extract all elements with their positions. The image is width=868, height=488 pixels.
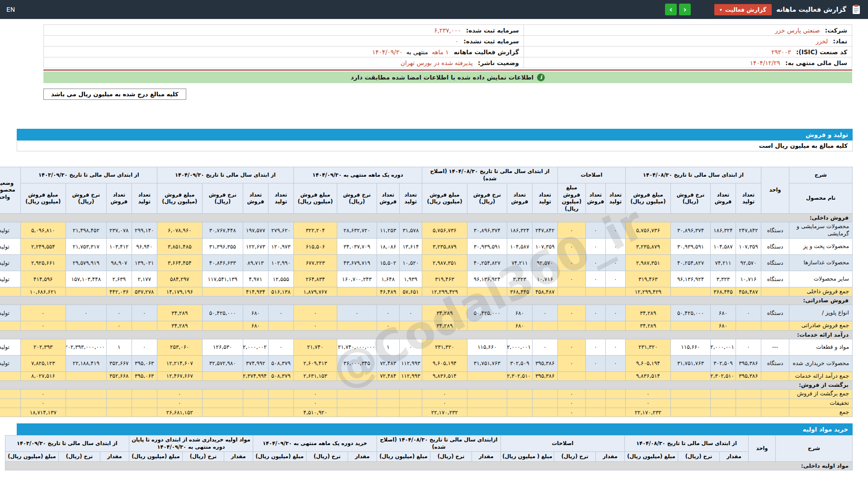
value-cell: ۳۵۲,۶۶۷: [106, 355, 132, 371]
value-cell: [711, 399, 736, 408]
column-header: تعداد تولید: [532, 183, 557, 214]
value-cell: ۲,۶۳۱,۱۵۳: [293, 371, 337, 380]
value-cell: ۳۲۲,۲۰۴: [293, 222, 337, 239]
info-icon: i: [537, 74, 545, 81]
value-cell: ۰: [20, 321, 66, 330]
value-cell: ۲۱,۷۵۳,۳۱۷: [66, 239, 106, 255]
value-cell: ۳,۲۳۵,۸۷۹: [625, 239, 670, 255]
column-group-header: از ابتدای سال مالی تا تاریخ ۱۴۰۴/۰۹/۳۰: [157, 167, 293, 183]
value-cell: [532, 408, 557, 417]
raw-materials-table: شرحواحداز ابتدای سال مالی تا تاریخ ۱۴۰۴/…: [5, 435, 853, 470]
status-cell: تولید: [0, 222, 20, 239]
value-cell: ۳۴,۰۳۷,۷۰۹: [337, 239, 377, 255]
value-cell: ۱۰۷,۳۵۹: [736, 239, 761, 255]
value-cell: ۰: [157, 399, 202, 408]
column-header: تعداد فروش: [377, 183, 399, 214]
value-cell: ۱۵۷,۱۰۳,۴۴۸: [66, 271, 106, 287]
column-header: نرخ فروش (ریال): [671, 183, 711, 214]
value-cell: [467, 321, 507, 330]
value-cell: ۱۸,۷۱۴,۱۳۷: [20, 408, 66, 417]
value-cell: [532, 399, 557, 408]
report-content: تولید و فروش کلیه مبالغ به میلیون ریال ا…: [17, 129, 853, 470]
status-cell: تولید: [0, 255, 20, 271]
value-cell: ۱۲,۴۶۷,۶۶۷: [157, 371, 202, 380]
header-row: شرحواحداز ابتدای سال مالی تا تاریخ ۱۴۰۴/…: [5, 436, 852, 452]
value-cell: [585, 399, 605, 408]
value-cell: ۶۸۰: [711, 321, 736, 330]
field-label: سال مالی منتهی به:: [785, 59, 847, 66]
value-cell: [106, 399, 132, 408]
column-header: تعداد فروش: [711, 183, 736, 214]
unit-cell: [761, 408, 789, 417]
value-cell: [585, 287, 605, 296]
status-cell: تولید: [0, 355, 20, 371]
value-cell: [377, 389, 399, 399]
value-cell: [106, 389, 132, 399]
value-cell: ۰: [585, 255, 605, 271]
unit-cell: دستگاه: [761, 239, 789, 255]
value-cell: ۰: [557, 305, 585, 321]
value-cell: ۹,۶۰۵,۱۹۴: [422, 355, 467, 371]
value-cell: ۷۲,۴۸۳: [377, 355, 399, 371]
language-toggle[interactable]: EN: [6, 6, 15, 13]
section-row-label: درآمد ارائه خدمات:: [0, 330, 853, 339]
value-cell: [605, 371, 625, 380]
value-cell: ۳۰۲,۵۰۹: [711, 355, 736, 371]
unit-cell: [761, 389, 789, 399]
value-cell: [243, 399, 268, 408]
nav-previous-button[interactable]: ‹: [679, 4, 691, 15]
value-cell: [202, 399, 243, 408]
value-cell: ۲۲,۱۸۸,۴۱۹: [66, 355, 106, 371]
value-cell: ۱۱۷,۵۴۱,۱۳۹: [202, 271, 243, 287]
activity-report-button[interactable]: گزارش فعالیت ▾: [714, 4, 772, 15]
value-cell: ۰: [399, 339, 422, 355]
value-cell: ۵۰۸,۳۷۹: [268, 355, 293, 371]
value-cell: ۳,۳۲۳: [711, 271, 736, 287]
value-cell: ۱۰۲,۹۹۰: [268, 255, 293, 271]
column-header: نرخ (ریال): [678, 452, 720, 462]
value-cell: ۷۴,۲۱۱: [711, 255, 736, 271]
value-cell: ۳,۲۳۵,۸۷۹: [422, 239, 467, 255]
unit-cell: دستگاه: [761, 271, 789, 287]
value-cell: ۱: [377, 339, 399, 355]
value-cell: ۴۱۴,۹۳۴: [243, 287, 268, 296]
value-cell: ۰: [557, 239, 585, 255]
value-cell: ۳۰,۷۶۷,۴۴۸: [202, 222, 243, 239]
product-name-cell: جمع فروش داخلی: [789, 287, 853, 296]
value-cell: ۰: [337, 305, 377, 321]
value-cell: [671, 389, 711, 399]
value-cell: [243, 389, 268, 399]
nav-next-button[interactable]: ›: [665, 4, 677, 15]
value-cell: ۱۶۰,۷۰۰,۲۴۳: [337, 271, 377, 287]
value-cell: [585, 371, 605, 380]
value-cell: ۱۰۴,۵۸۷: [711, 239, 736, 255]
value-cell: ۹,۸۳۶,۵۱۴: [422, 371, 467, 380]
value-cell: ۲۹,۵۷۹,۹۱۹: [66, 255, 106, 271]
product-name-cell: محصولات غذاسازها: [789, 255, 853, 271]
value-cell: ۲,۹۸۷,۳۵۱: [422, 255, 467, 271]
value-cell: [202, 371, 243, 380]
column-header: نرخ (ریال): [554, 452, 595, 462]
product-name-cell: جمع فروش صادراتی: [789, 321, 853, 330]
value-cell: ۰: [399, 305, 422, 321]
value-cell: ۰: [20, 305, 66, 321]
value-cell: ۱۳,۶۱۴: [399, 239, 422, 255]
value-cell: [399, 399, 422, 408]
value-cell: ۰: [557, 389, 585, 399]
column-header: تعداد تولید: [132, 183, 157, 214]
value-cell: ۱۸,۰۸۶: [377, 239, 399, 255]
value-cell: ۶۸۰: [711, 305, 736, 321]
value-cell: ۲۵۳,۰۶۰: [157, 339, 202, 355]
status-cell: تولید: [0, 305, 20, 321]
value-cell: [202, 321, 243, 330]
value-cell: ۳۱,۷۵۱,۷۶۳: [671, 355, 711, 371]
value-cell: ۴۴۲,۰۳۶: [106, 287, 132, 296]
value-cell: ۴۰,۲۵۴,۸۲۷: [671, 255, 711, 271]
value-cell: ۱۲,۲۹۹,۴۲۹: [422, 287, 467, 296]
value-cell: [711, 408, 736, 417]
value-cell: ۳,۳۲۳: [507, 271, 532, 287]
header-row: شرحواحداز ابتدای سال مالی تا تاریخ ۱۴۰۴/…: [0, 167, 853, 183]
value-cell: [202, 408, 243, 417]
signed-info-bar: i اطلاعات نمایش داده شده با اطلاعات امضا…: [43, 71, 852, 83]
fiscal-year-field: سال مالی منتهی به: ۱۴۰۴/۱۲/۲۹: [524, 57, 852, 68]
